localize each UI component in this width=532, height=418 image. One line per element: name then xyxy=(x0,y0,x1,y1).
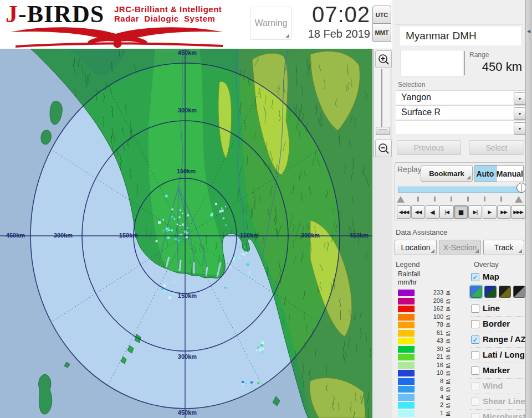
transport-button-fast-rewind[interactable]: ◀◀◀ xyxy=(397,205,411,219)
ring-label: 150km xyxy=(240,232,259,239)
map-style-button-4[interactable] xyxy=(513,286,525,298)
selection-dropdown-extra[interactable]: ▼ xyxy=(396,120,528,135)
zoom-out-icon xyxy=(377,142,390,154)
chevron-down-icon[interactable]: ▼ xyxy=(514,107,526,120)
legend-value: 10 xyxy=(418,369,443,376)
data-assistance-label: Data Assistance xyxy=(396,228,447,236)
zoom-in-button[interactable] xyxy=(375,50,392,68)
checkbox[interactable] xyxy=(471,305,479,313)
selection-dropdown-site[interactable]: Yangon ▼ xyxy=(396,90,528,105)
chevron-down-icon[interactable]: ▼ xyxy=(514,122,526,135)
overlay-item-shear-line[interactable]: Shear Line xyxy=(470,394,525,409)
legend-lte-symbol: ≦ xyxy=(446,321,451,328)
range-label: Range xyxy=(469,51,489,59)
warning-button[interactable]: Warning xyxy=(250,7,291,40)
radar-map[interactable]: 450km300km150km150km300km450km450km300km… xyxy=(0,49,372,418)
transport-button-skip-start[interactable]: |◀ xyxy=(439,205,453,219)
legend-value: 100 xyxy=(418,313,443,320)
legend-lte-symbol: ≦ xyxy=(446,362,451,369)
overlay-item-microburst[interactable]: Microburst xyxy=(470,409,525,418)
overlay-item-border[interactable]: Border xyxy=(470,316,525,332)
overlay-item-label: Border xyxy=(483,319,510,328)
legend-value: 6 xyxy=(418,385,443,392)
checkbox[interactable] xyxy=(471,320,479,328)
bookmark-button[interactable]: Bookmark xyxy=(421,166,473,182)
track-button[interactable]: Track xyxy=(483,240,524,255)
zoom-slider-thumb[interactable] xyxy=(376,127,390,135)
legend-lte-symbol: ≦ xyxy=(446,401,451,409)
slider-start-marker-icon xyxy=(397,196,405,203)
transport-button-forward[interactable]: ▶▶ xyxy=(497,205,511,219)
legend-lte-symbol: ≦ xyxy=(446,297,451,305)
legend-value: 30 xyxy=(418,345,443,352)
overlay-item-range-az[interactable]: ✓Range / AZ xyxy=(470,332,525,347)
panel-splitter[interactable]: ◀ xyxy=(525,0,532,418)
checkbox xyxy=(471,398,479,406)
legend-row: 233 ≦ xyxy=(398,289,464,297)
overlay-item-label: Map xyxy=(483,272,499,281)
map-style-selector xyxy=(470,285,525,301)
corner-fold-icon xyxy=(431,249,434,253)
overlay-item-lati-long[interactable]: Lati / Long xyxy=(470,347,525,363)
overlay-item-wind[interactable]: Wind xyxy=(470,378,525,394)
legend-row: 30 ≦ xyxy=(398,345,464,354)
location-button[interactable]: Location xyxy=(395,240,437,255)
corner-fold-icon xyxy=(475,249,479,253)
replay-tick-row xyxy=(395,195,525,204)
manual-button[interactable]: Manual xyxy=(497,166,523,182)
checkbox[interactable] xyxy=(471,351,479,359)
overlay-item-line[interactable]: Line xyxy=(470,301,525,316)
legend-value: 8 xyxy=(418,378,443,384)
checkbox[interactable] xyxy=(471,367,479,375)
legend-swatch xyxy=(398,298,415,305)
legend-lte-symbol: ≦ xyxy=(446,378,451,385)
legend-lte-symbol: ≦ xyxy=(446,394,451,401)
checkbox-checked[interactable]: ✓ xyxy=(471,273,479,281)
previous-button[interactable]: Previous xyxy=(397,140,461,155)
transport-button-fast-forward[interactable]: ▶▶▶ xyxy=(511,205,525,219)
bookmark-label: Bookmark xyxy=(429,169,464,178)
legend-row: 1 ≦ xyxy=(398,410,464,418)
legend-units: Rainfall mm/hr xyxy=(398,270,420,287)
overlay-label: Overlay xyxy=(474,260,499,269)
transport-button-rewind[interactable]: ◀◀ xyxy=(411,205,425,219)
map-style-button-3[interactable] xyxy=(499,286,511,298)
jbirds-logo: J-BIRDS JRC-Brilliant & Intelligent Rada… xyxy=(3,1,242,48)
transport-button-skip-end[interactable]: ▶| xyxy=(468,205,482,219)
overlay-item-label: Shear Line xyxy=(483,396,525,406)
overlay-item-label: Wind xyxy=(483,381,503,390)
x-section-button[interactable]: X-Section xyxy=(439,240,481,255)
legend-row: 6 ≦ xyxy=(398,385,464,394)
overlay-item-map[interactable]: ✓Map xyxy=(470,270,525,285)
transport-button-step-back[interactable]: ◀ xyxy=(426,205,439,219)
zoom-out-button[interactable] xyxy=(375,140,392,157)
slider-tick xyxy=(484,197,485,202)
overlay-item-marker[interactable]: Marker xyxy=(470,363,525,378)
mmt-button[interactable]: MMT xyxy=(372,24,391,42)
ring-label: 150km xyxy=(177,168,196,174)
legend-swatch xyxy=(398,378,415,385)
map-style-button-1[interactable] xyxy=(470,286,482,298)
checkbox-checked[interactable]: ✓ xyxy=(471,336,479,344)
transport-button-play[interactable]: ▶ xyxy=(483,205,497,219)
auto-button[interactable]: Auto xyxy=(474,166,497,182)
selection-dropdown-product[interactable]: Surface R ▼ xyxy=(396,105,528,120)
legend-lte-symbol: ≦ xyxy=(446,289,451,296)
map-style-button-2[interactable] xyxy=(484,286,497,298)
legend-swatch xyxy=(398,330,415,337)
transport-button-stop[interactable]: ■ xyxy=(454,205,468,219)
legend-unit-rainfall: Rainfall xyxy=(398,270,420,278)
legend-swatch xyxy=(398,354,415,360)
transport-controls: ◀◀◀◀◀◀|◀■▶|▶▶▶▶▶▶ xyxy=(397,205,525,219)
utc-button[interactable]: UTC xyxy=(372,6,391,24)
selection-site-value: Yangon xyxy=(401,92,431,102)
replay-slider-track[interactable] xyxy=(398,187,522,193)
select-button[interactable]: Select xyxy=(469,140,524,155)
chevron-down-icon[interactable]: ▼ xyxy=(514,92,526,105)
legend-swatch xyxy=(398,314,415,321)
legend-value: 233 xyxy=(418,289,443,296)
legend-row: 10 ≦ xyxy=(398,369,464,378)
legend-value: 61 xyxy=(418,329,443,336)
zoom-slider-track[interactable] xyxy=(381,69,382,135)
range-box: Range 450 km xyxy=(396,50,522,76)
